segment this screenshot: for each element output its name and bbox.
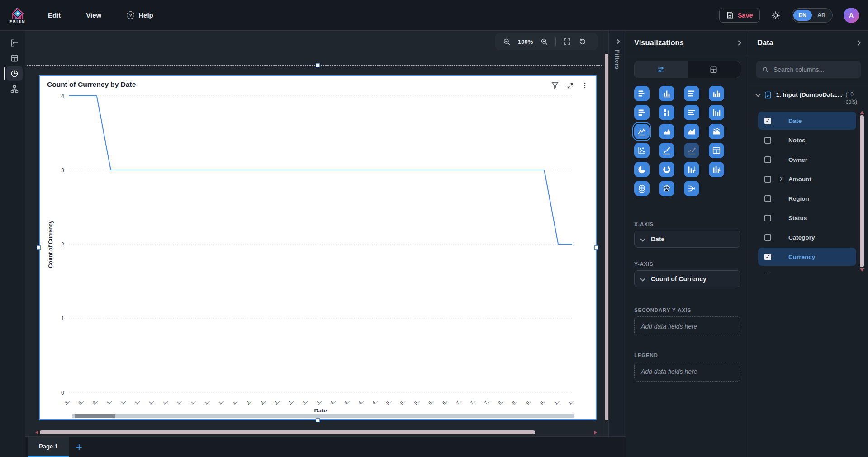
resize-handle-right[interactable] [594,245,598,250]
search-columns-input[interactable] [773,66,855,73]
chart-type-column-stacked[interactable] [659,105,674,120]
canvas-horizontal-scrollbar[interactable] [35,430,597,435]
column-row-region[interactable]: Region [758,189,856,207]
canvas-vscroll-thumb[interactable] [605,54,608,420]
chart-type-bar-lines[interactable] [684,105,699,120]
checkbox-unchecked[interactable] [764,273,771,274]
collapse-visualizations-chevron[interactable] [736,40,741,45]
canvas-hscroll-thumb[interactable] [40,430,535,434]
canvas-vertical-scrollbar[interactable] [604,31,608,436]
x-axis-field-dropdown[interactable]: Date [634,231,740,248]
reset-view-button[interactable] [576,35,589,48]
chart-type-bar-horizontal[interactable] [634,86,650,101]
rail-charts-button[interactable] [6,66,23,81]
checkbox-unchecked[interactable] [764,176,771,183]
lang-option-en[interactable]: EN [793,10,812,21]
pie-chart-icon [10,69,19,78]
chart-type-waterfall-alt[interactable] [709,162,724,177]
prism-logo: PRISM [9,7,26,24]
y-axis-field-dropdown[interactable]: Count of Currency [634,270,740,287]
chart-type-line-dots[interactable] [684,143,699,158]
rail-exit-button[interactable] [6,35,23,50]
scroll-right-arrow[interactable] [594,430,597,435]
checkbox-unchecked[interactable] [764,234,771,241]
chart-type-area-band[interactable] [709,124,724,139]
filter-icon[interactable] [551,81,559,90]
checkbox-checked[interactable]: ✓ [764,118,771,124]
svg-text:1..: 1.. [161,399,169,406]
scroll-left-arrow[interactable] [35,430,38,435]
rail-hierarchy-button[interactable] [6,81,23,96]
chart-type-sankey[interactable] [684,181,699,196]
chart-type-column-waterfall[interactable] [709,105,724,120]
chart-type-donut[interactable] [659,162,674,177]
chart-type-pie[interactable] [634,162,650,177]
chart-type-radar[interactable] [659,181,674,196]
column-row-date[interactable]: ✓Date [758,112,856,130]
column-row-category[interactable]: Category [758,228,856,246]
expand-icon[interactable] [566,82,574,90]
tab-chart-settings[interactable] [635,61,688,78]
zoom-toolbar: 100% [495,33,598,50]
dataset-tree-item[interactable]: 1. Input (DumboData.... (10 cols) [749,85,868,108]
chart-type-waterfall[interactable] [684,162,699,177]
chart-type-globe[interactable] [634,181,650,196]
avatar[interactable]: A [844,8,859,23]
checkbox-unchecked[interactable] [764,137,771,144]
filters-expand-chevron[interactable] [615,39,620,44]
scroll-up-arrow[interactable] [860,111,864,114]
checkbox-unchecked[interactable] [764,156,771,163]
chart-type-bar-stacked[interactable] [684,86,699,101]
add-page-button[interactable]: + [69,437,90,457]
checkbox-checked[interactable]: ✓ [764,254,771,260]
chart-type-scatter-trend[interactable] [659,143,674,158]
column-row-notes[interactable]: Notes [758,131,856,149]
secondary-y-axis-dropzone[interactable]: Add data fields here [634,316,740,336]
collapse-data-chevron[interactable] [855,40,860,45]
column-row-owner[interactable]: Owner [758,151,856,169]
save-button[interactable]: Save [719,8,760,23]
chart-type-area-line[interactable] [684,124,699,139]
resize-handle-top[interactable] [316,63,320,67]
legend-dropzone[interactable]: Add data fields here [634,362,740,382]
scatter-icon [637,146,647,155]
chart-scrollbar-thumb[interactable] [75,414,115,418]
page-tab-1[interactable]: Page 1 [28,437,69,457]
column-row-currency[interactable]: ✓Currency [758,248,856,266]
rail-layout-button[interactable] [6,51,23,66]
fit-screen-button[interactable] [560,35,574,48]
filters-tab-label[interactable]: Filters [614,50,621,70]
chart-horizontal-scrollbar[interactable] [72,414,574,418]
chart-type-scatter[interactable] [634,143,650,158]
tab-format-layout[interactable] [688,61,740,78]
chart-widget[interactable]: Count of Currency by Date [39,75,597,420]
scroll-down-arrow[interactable] [860,268,864,272]
menu-help[interactable]: ?Help [127,11,153,19]
resize-handle-bottom[interactable] [316,418,320,422]
menu-edit[interactable]: Edit [48,11,61,19]
column-row-status[interactable]: Status [758,209,856,227]
dataset-expand-chevron[interactable] [755,92,760,97]
chart-type-area-peaks[interactable] [659,124,674,139]
report-canvas[interactable]: 100% [25,31,604,436]
format-layout-icon [709,66,718,74]
theme-sun-icon[interactable] [771,10,781,20]
column-list-scroll-thumb[interactable] [860,115,864,267]
menu-view[interactable]: View [86,11,101,19]
chart-type-column-grouped[interactable] [709,86,724,101]
checkbox-unchecked[interactable] [764,215,771,221]
chart-type-line-selected[interactable] [634,124,650,139]
column-list-scrollbar[interactable] [859,111,864,272]
filters-collapsed-panel[interactable]: Filters [608,31,626,436]
resize-handle-left[interactable] [37,245,41,250]
column-row-amount[interactable]: ΣAmount [758,170,856,188]
column-row-partial[interactable] [758,267,856,273]
kebab-menu-icon[interactable] [581,82,588,89]
checkbox-unchecked[interactable] [764,195,771,202]
zoom-out-button[interactable] [500,35,513,48]
chart-type-table[interactable] [709,143,724,158]
lang-option-ar[interactable]: AR [812,10,831,21]
chart-type-column[interactable] [659,86,674,101]
chart-type-bar-list[interactable] [634,105,650,120]
zoom-in-button[interactable] [537,35,551,48]
